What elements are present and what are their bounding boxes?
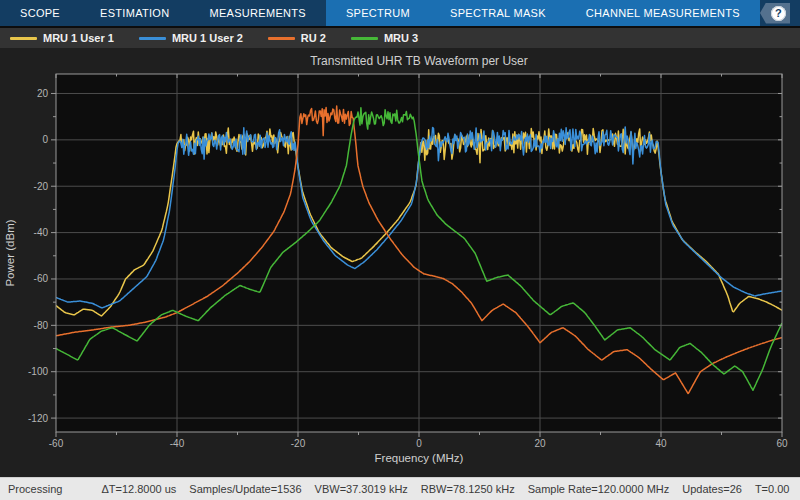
legend-bar: MRU 1 User 1MRU 1 User 2RU 2MRU 3	[0, 28, 800, 48]
plot-area[interactable]: -60-40-200204060200-20-40-60-80-100-120T…	[0, 48, 800, 477]
status-metric: Sample Rate=120.0000 MHz	[528, 483, 670, 495]
x-tick-label: -20	[291, 438, 306, 449]
y-tick-label: -20	[34, 181, 49, 192]
tab-channel-measurements[interactable]: CHANNEL MEASUREMENTS	[566, 0, 760, 26]
y-tick-label: -100	[28, 366, 48, 377]
legend-line-swatch	[351, 37, 378, 40]
chart-title: Transmitted UHR TB Waveform per User	[310, 54, 528, 68]
legend-line-swatch	[10, 37, 37, 40]
legend-item-mru-3[interactable]: MRU 3	[351, 32, 418, 44]
x-tick-label: 0	[416, 438, 422, 449]
help-icon: ?	[771, 6, 786, 21]
status-metric: Updates=26	[682, 483, 742, 495]
legend-label: MRU 1 User 2	[172, 32, 243, 44]
spectrum-chart[interactable]: -60-40-200204060200-20-40-60-80-100-120T…	[0, 48, 800, 477]
x-tick-label: 60	[776, 438, 788, 449]
status-metric: Samples/Update=1536	[189, 483, 301, 495]
y-axis-label: Power (dBm)	[4, 219, 16, 286]
legend-label: MRU 3	[384, 32, 418, 44]
y-tick-label: -40	[34, 227, 49, 238]
legend-item-ru-2[interactable]: RU 2	[268, 32, 326, 44]
legend-item-mru-1-user-1[interactable]: MRU 1 User 1	[10, 32, 114, 44]
help-button[interactable]: ?	[760, 3, 790, 24]
y-tick-label: -60	[34, 273, 49, 284]
status-state: Processing	[8, 483, 62, 495]
x-tick-label: 20	[534, 438, 546, 449]
status-metric: T=0.00	[755, 483, 790, 495]
tab-spectral-mask[interactable]: SPECTRAL MASK	[430, 0, 566, 26]
tab-group-main: SCOPEESTIMATIONMEASUREMENTS	[0, 0, 326, 26]
legend-item-mru-1-user-2[interactable]: MRU 1 User 2	[139, 32, 243, 44]
y-tick-label: -80	[34, 320, 49, 331]
legend-label: RU 2	[301, 32, 326, 44]
toolstrip-tabbar: SCOPEESTIMATIONMEASUREMENTS SPECTRUMSPEC…	[0, 0, 800, 26]
tab-scope[interactable]: SCOPE	[0, 0, 80, 26]
tab-estimation[interactable]: ESTIMATION	[80, 0, 189, 26]
legend-line-swatch	[268, 37, 295, 40]
tab-group-spectrum: SPECTRUMSPECTRAL MASKCHANNEL MEASUREMENT…	[326, 0, 760, 26]
x-tick-label: 40	[655, 438, 667, 449]
x-tick-label: -40	[170, 438, 185, 449]
status-metric: ΔT=12.8000 us	[101, 483, 176, 495]
x-axis-label: Frequency (MHz)	[375, 452, 464, 464]
tab-measurements[interactable]: MEASUREMENTS	[189, 0, 326, 26]
status-metric: RBW=78.1250 kHz	[421, 483, 515, 495]
status-metric: VBW=37.3019 kHz	[315, 483, 408, 495]
y-tick-label: 0	[42, 134, 48, 145]
status-bar: Processing ΔT=12.8000 usSamples/Update=1…	[0, 477, 800, 500]
spectrum-analyzer-window: SCOPEESTIMATIONMEASUREMENTS SPECTRUMSPEC…	[0, 0, 800, 500]
y-tick-label: -120	[28, 413, 48, 424]
y-tick-label: 20	[37, 88, 49, 99]
legend-line-swatch	[139, 37, 166, 40]
legend-label: MRU 1 User 1	[43, 32, 114, 44]
tab-spectrum[interactable]: SPECTRUM	[326, 0, 430, 26]
x-tick-label: -60	[49, 438, 64, 449]
